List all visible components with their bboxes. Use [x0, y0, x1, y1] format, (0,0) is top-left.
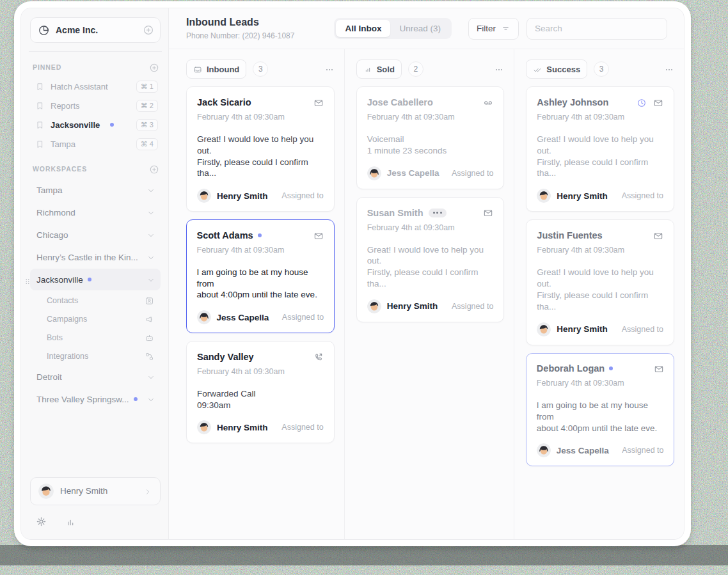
preview-line: I am going to be at my house from [537, 400, 664, 423]
column-count-badge: 2 [408, 61, 423, 77]
lead-card-scott-adams[interactable]: Scott AdamsFebruary 4th at 09:30amI am g… [186, 219, 335, 333]
assigned-to-label: Assigned to [281, 423, 323, 432]
drag-handle-icon[interactable] [23, 275, 32, 287]
chevron-down-icon[interactable] [146, 274, 155, 285]
chevron-down-icon[interactable] [146, 251, 155, 263]
workspace-item-detroit[interactable]: Detroit [30, 366, 161, 388]
search-input[interactable] [526, 18, 667, 40]
chevron-down-icon[interactable] [146, 393, 155, 405]
card-preview-text: Great! I would love to help you out.Firs… [197, 134, 324, 179]
megaphone-icon [145, 315, 154, 324]
lead-name: Jack Sicario [197, 97, 251, 107]
column-name: Sold [377, 65, 395, 74]
chevron-right-icon [143, 487, 152, 496]
card-header: Scott Adams [197, 230, 324, 241]
sidebar-item-reports[interactable]: Reports⌘ 2 [30, 96, 161, 115]
column-menu-button[interactable] [664, 63, 674, 75]
chevron-down-icon [146, 186, 155, 195]
pinned-item-label: Hatch Assistant [51, 82, 108, 91]
filter-button-label: Filter [477, 24, 496, 33]
workspaces-add-icon[interactable] [149, 163, 159, 175]
lead-card-ashley-johnson[interactable]: Ashley JohnsonFebruary 4th at 09:30amGre… [526, 86, 674, 212]
workspace-subitem-campaigns[interactable]: Campaigns [30, 310, 161, 328]
typing-dot [436, 212, 438, 214]
assignee-name: Henry Smith [217, 191, 268, 201]
workspace-item-tampa[interactable]: Tampa [30, 179, 161, 201]
analytics-button[interactable] [65, 516, 76, 527]
assignee-name: Jess Capella [387, 168, 439, 178]
column-count-badge: 3 [253, 61, 268, 77]
chevron-down-icon [146, 276, 155, 285]
workspace-item-henry-s-castle-in-the-kin-[interactable]: Henry’s Castle in the Kin... [30, 246, 161, 268]
workspace-item-richmond[interactable]: Richmond [30, 201, 161, 223]
tab-all-inbox[interactable]: All Inbox [336, 20, 390, 37]
lead-card-deborah-logan[interactable]: Deborah LoganFebruary 4th at 09:30amI am… [526, 353, 674, 466]
lead-card-jack-sicario[interactable]: Jack SicarioFebruary 4th at 09:30amGreat… [186, 86, 335, 212]
card-header: Deborah Logan [537, 363, 664, 374]
workspace-subitem-integrations[interactable]: Integrations [30, 347, 161, 365]
sidebar-item-tampa[interactable]: Tampa⌘ 4 [30, 134, 161, 154]
chevron-down-icon [146, 373, 155, 382]
lead-name: Scott Adams [197, 230, 253, 240]
lead-card-jose-cabellero[interactable]: Jose CabelleroFebruary 4th at 09:30amVoi… [356, 86, 505, 189]
lead-name: Susan Smith [367, 208, 423, 218]
chevron-down-icon[interactable] [146, 229, 155, 240]
org-add-icon[interactable] [143, 24, 154, 36]
bot-icon [145, 333, 154, 343]
mail-icon [313, 97, 324, 108]
mail-icon [653, 230, 663, 241]
workspace-subitem-bots[interactable]: Bots [30, 328, 161, 347]
shortcut-badge: ⌘ 2 [136, 100, 158, 112]
column-pill-sold[interactable]: Sold [356, 59, 402, 79]
preview-line: 09:30am [197, 400, 324, 411]
tab-unread-3-[interactable]: Unread (3) [390, 20, 450, 37]
lead-name: Deborah Logan [537, 363, 605, 374]
lead-card-susan-smith[interactable]: Susan SmithFebruary 4th at 09:30amGreat!… [356, 197, 505, 322]
sidebar-item-hatch-assistant[interactable]: Hatch Assistant⌘ 1 [30, 77, 161, 96]
preview-line: about 4:00pm until the late eve. [537, 423, 664, 434]
workspace-item-three-valley-springsw-[interactable]: Three Valley Springsw... [30, 388, 161, 410]
lead-card-justin-fuentes[interactable]: Justin FuentesFebruary 4th at 09:30amGre… [526, 219, 674, 345]
pin-icon [35, 120, 45, 130]
pin-icon [35, 100, 45, 111]
contact-card-icon [145, 296, 154, 306]
column-pill-inbound[interactable]: Inbound [186, 59, 246, 79]
app-frame: Acme Inc. PINNED Hatch Assistant⌘ 1Repor… [20, 8, 684, 540]
lead-card-sandy-valley[interactable]: Sandy ValleyFebruary 4th at 09:30amForwa… [186, 341, 335, 444]
workspace-item-chicago[interactable]: Chicago [30, 224, 161, 246]
chevron-down-icon[interactable] [146, 184, 155, 196]
avatar [537, 322, 551, 336]
chevron-down-icon[interactable] [146, 371, 155, 382]
workspace-item-label: Three Valley Springsw... [36, 395, 129, 404]
chart-icon [363, 63, 372, 75]
mail-icon [483, 207, 493, 219]
filter-button[interactable]: Filter [468, 18, 519, 40]
mail-icon [313, 98, 324, 108]
sidebar-item-jacksonville[interactable]: Jacksonville⌘ 3 [30, 115, 161, 134]
card-channel-icons [653, 230, 663, 241]
chevron-down-icon [146, 209, 155, 217]
org-switcher[interactable]: Acme Inc. [30, 17, 161, 43]
column-menu-button[interactable] [494, 63, 504, 75]
column-name: Inbound [207, 65, 239, 74]
header-actions: Filter [468, 18, 667, 40]
page-title: Inbound Leads [186, 17, 294, 28]
workspace-subitem-contacts[interactable]: Contacts [30, 291, 161, 310]
preview-line: Firstly, please could I confirm tha... [367, 267, 494, 290]
workspace-item-jacksonville[interactable]: Jacksonville [30, 269, 161, 290]
column-header: Sold2 [356, 60, 505, 78]
avatar [197, 310, 211, 324]
workspace-subitem-label: Bots [47, 333, 145, 342]
card-preview-text: I am going to be at my house fromabout 4… [197, 267, 324, 301]
org-name: Acme Inc. [56, 25, 137, 35]
typing-dot [440, 212, 442, 214]
workspace-subitem-label: Integrations [47, 352, 145, 361]
chevron-down-icon [146, 231, 155, 240]
user-menu[interactable]: Henry Smith [30, 477, 161, 505]
column-pill-success[interactable]: Success [526, 59, 587, 79]
assigned-to-label: Assigned to [282, 313, 324, 322]
chevron-down-icon[interactable] [146, 207, 155, 218]
pinned-add-icon[interactable] [149, 61, 159, 73]
settings-button[interactable] [35, 516, 47, 528]
column-menu-button[interactable] [324, 63, 335, 75]
